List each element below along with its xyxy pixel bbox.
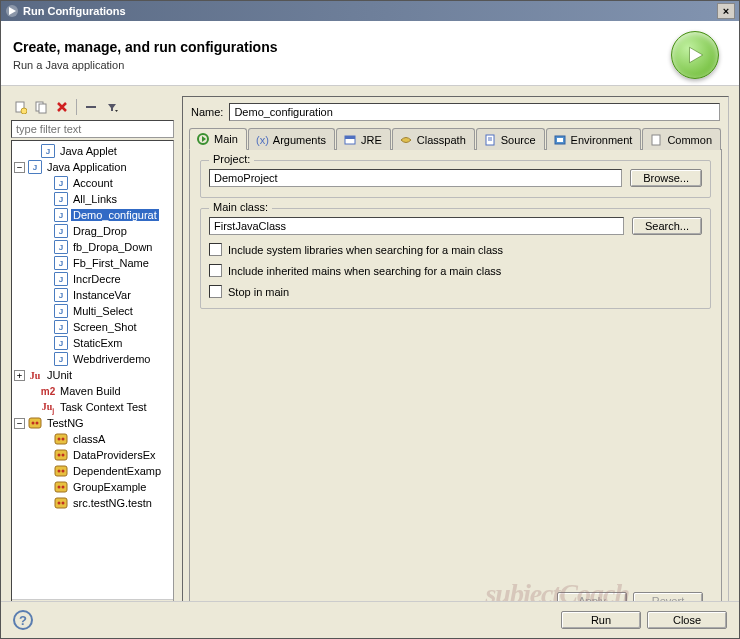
tree-item[interactable]: DependentExamp	[12, 463, 173, 479]
tab-environment[interactable]: Environment	[546, 128, 642, 150]
name-input[interactable]	[229, 103, 720, 121]
tree-item[interactable]: JAll_Links	[12, 191, 173, 207]
tree-item-label: Java Applet	[58, 145, 119, 157]
project-input[interactable]	[209, 169, 622, 187]
main-tab-panel: Project: Browse... Main class: Search...…	[189, 149, 722, 627]
tab-label: JRE	[361, 134, 382, 146]
header-title: Create, manage, and run configurations	[13, 39, 671, 55]
tree-item[interactable]: JInstanceVar	[12, 287, 173, 303]
main-tab-icon	[196, 132, 210, 146]
duplicate-button[interactable]	[32, 98, 50, 116]
tree-item[interactable]: JujTask Context Test	[12, 399, 173, 415]
java-icon: J	[53, 287, 69, 303]
tree-item[interactable]: JWebdriverdemo	[12, 351, 173, 367]
mainclass-group: Main class: Search... Include system lib…	[200, 208, 711, 309]
tree-item-label: Fb_First_Name	[71, 257, 151, 269]
stop-in-main-checkbox[interactable]	[209, 285, 222, 298]
run-button[interactable]: Run	[561, 611, 641, 629]
tree-item[interactable]: JScreen_Shot	[12, 319, 173, 335]
dialog-footer: ? Run Close	[1, 601, 739, 638]
browse-button[interactable]: Browse...	[630, 169, 702, 187]
tree-item[interactable]: JJava Applet	[12, 143, 173, 159]
header-subtitle: Run a Java application	[13, 59, 671, 71]
config-tree[interactable]: JJava Applet−JJava ApplicationJAccountJA…	[11, 140, 174, 616]
tree-item-label: Task Context Test	[58, 401, 149, 413]
filter-dropdown-button[interactable]	[103, 98, 121, 116]
tree-item[interactable]: src.testNG.testn	[12, 495, 173, 511]
tab-classpath[interactable]: Classpath	[392, 128, 475, 150]
tree-item[interactable]: DataProvidersEx	[12, 447, 173, 463]
tree-item[interactable]: JAccount	[12, 175, 173, 191]
tree-item[interactable]: JIncrDecre	[12, 271, 173, 287]
environment-tab-icon	[553, 133, 567, 147]
tree-item-label: Account	[71, 177, 115, 189]
svg-rect-18	[55, 482, 67, 492]
close-dialog-button[interactable]: Close	[647, 611, 727, 629]
search-button[interactable]: Search...	[632, 217, 702, 235]
tree-expander-icon[interactable]: +	[14, 370, 25, 381]
stop-in-main-label: Stop in main	[228, 286, 289, 298]
source-tab-icon	[483, 133, 497, 147]
tree-item[interactable]: JFb_First_Name	[12, 255, 173, 271]
tree-item-label: DataProvidersEx	[71, 449, 158, 461]
left-toolbar	[11, 96, 174, 120]
tree-item[interactable]: +JuJUnit	[12, 367, 173, 383]
tree-item-label: classA	[71, 433, 107, 445]
tab-arguments[interactable]: (x)=Arguments	[248, 128, 335, 150]
svg-point-22	[58, 502, 61, 505]
java-icon: J	[53, 223, 69, 239]
include-inherited-checkbox[interactable]	[209, 264, 222, 277]
svg-point-16	[58, 470, 61, 473]
tree-item[interactable]: classA	[12, 431, 173, 447]
tree-item[interactable]: Jfb_Dropa_Down	[12, 239, 173, 255]
svg-point-23	[62, 502, 65, 505]
svg-text:(x)=: (x)=	[256, 134, 269, 146]
title-bar: Run Configurations ×	[1, 1, 739, 21]
tree-item[interactable]: JDrag_Drop	[12, 223, 173, 239]
arguments-tab-icon: (x)=	[255, 133, 269, 147]
tree-item[interactable]: JDemo_configurat	[12, 207, 173, 223]
help-button[interactable]: ?	[13, 610, 33, 630]
tree-item[interactable]: −TestNG	[12, 415, 173, 431]
filter-input[interactable]	[11, 120, 174, 138]
mainclass-input[interactable]	[209, 217, 624, 235]
tab-common[interactable]: Common	[642, 128, 721, 150]
svg-rect-33	[652, 135, 660, 145]
include-syslib-checkbox[interactable]	[209, 243, 222, 256]
java-icon: J	[53, 319, 69, 335]
tree-item[interactable]: GroupExample	[12, 479, 173, 495]
java-icon: J	[53, 255, 69, 271]
svg-point-14	[62, 454, 65, 457]
java-icon: J	[53, 351, 69, 367]
collapse-button[interactable]	[82, 98, 100, 116]
tree-expander-icon[interactable]: −	[14, 162, 25, 173]
tab-jre[interactable]: JRE	[336, 128, 391, 150]
name-label: Name:	[191, 106, 223, 118]
svg-point-13	[58, 454, 61, 457]
m2-icon: m2	[40, 383, 56, 399]
tree-item[interactable]: JMulti_Select	[12, 303, 173, 319]
tree-item[interactable]: −JJava Application	[12, 159, 173, 175]
common-tab-icon	[649, 133, 663, 147]
tab-label: Classpath	[417, 134, 466, 146]
tree-item-label: src.testNG.testn	[71, 497, 154, 509]
tree-expander-icon[interactable]: −	[14, 418, 25, 429]
window-title: Run Configurations	[23, 5, 717, 17]
svg-point-8	[36, 422, 39, 425]
tree-item-label: JUnit	[45, 369, 74, 381]
svg-rect-15	[55, 466, 67, 476]
close-button[interactable]: ×	[717, 3, 735, 19]
tree-item-label: Drag_Drop	[71, 225, 129, 237]
tree-item-label: Demo_configurat	[71, 209, 159, 221]
new-config-button[interactable]	[11, 98, 29, 116]
svg-rect-5	[86, 106, 96, 108]
tree-item-label: IncrDecre	[71, 273, 123, 285]
delete-button[interactable]	[53, 98, 71, 116]
tree-item[interactable]: JStaticExm	[12, 335, 173, 351]
tree-item[interactable]: m2Maven Build	[12, 383, 173, 399]
tree-item-label: Webdriverdemo	[71, 353, 152, 365]
mainclass-label: Main class:	[209, 201, 272, 213]
tab-source[interactable]: Source	[476, 128, 545, 150]
tab-main[interactable]: Main	[189, 128, 247, 150]
include-inherited-label: Include inherited mains when searching f…	[228, 265, 501, 277]
